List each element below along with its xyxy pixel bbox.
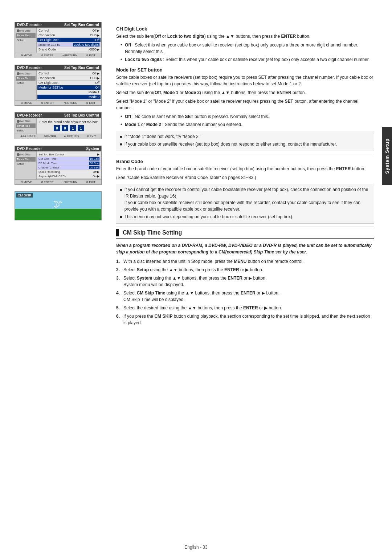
dvd-header-left-4: DVD-Recorder <box>17 147 42 151</box>
right-column: CH Digit Lock Select the sub item(Off or… <box>109 15 392 542</box>
brand-note-1: ■ If you cannot get the recorder to cont… <box>120 186 370 212</box>
dvd-sidebar-setup-2: Setup <box>16 81 36 85</box>
dvd-screenshot-1: DVD-Recorder Set Top Box Control No Disc… <box>15 22 102 58</box>
brand-digit-0: 0 <box>54 125 60 131</box>
brand-code-digits: 0 0 1 1 <box>54 125 84 131</box>
brand-code-intro: Enter the brand code of your cable box o… <box>116 166 374 172</box>
dvd-sidebar-setup-1: Setup <box>16 38 36 42</box>
dvd-row-chdigitlock-2: CH Digit Lock Off <box>37 81 101 85</box>
dvd-row-epmodetime: EP Mode Time 30 Sec <box>37 161 101 166</box>
dvd-row-quickrec: Quick Recording Off▶ <box>37 170 101 174</box>
note-icon-4: ■ <box>120 214 122 220</box>
dvd-content-2: Control Off▶ Connection CH3▶ CH Digit Lo… <box>37 70 101 100</box>
mode-for-set-title: Mode for SET button <box>116 67 374 73</box>
dvd-row-connection-2: Connection CH3▶ <box>37 76 101 81</box>
ch-digit-off-bullet: • Off : Select this when your cable box … <box>121 42 374 55</box>
brand-code-title: Brand Code <box>116 159 374 164</box>
mode-for-set-sub2: Select "Mode 1" or "Mode 2" if your cabl… <box>116 98 374 111</box>
disc-icon-2 <box>17 72 20 75</box>
page-footer: English - 33 <box>184 545 207 550</box>
dvd-header-right-4: System <box>86 147 99 151</box>
brand-digit-1: 0 <box>62 125 68 131</box>
dvd-sidebar-timerrec-1: Timer Rec <box>16 33 36 38</box>
dvd-row-mode2: Mode 2 <box>37 95 101 99</box>
dvd-sidebar-2: No Disc Timer Rec Setup <box>15 70 37 100</box>
side-tab: System Setup <box>382 127 392 185</box>
lock-two-digits-value: Lock to two digits <box>73 43 99 46</box>
mode-for-set-sub: Select the sub item(Off, Mode 1 or Mode … <box>116 89 374 96</box>
left-column: DVD-Recorder Set Top Box Control No Disc… <box>0 15 109 542</box>
cm-skip-heading: CM Skip Time Setting <box>116 229 374 239</box>
step-5: 5. Select the desired time using the ▲▼ … <box>116 305 374 311</box>
dvd-row-modeset-1: Mode for SET bu Lock to two digits <box>37 42 101 47</box>
dvd-content-4: Set Top Box Control ▶ CM Skip Time 15 Se… <box>37 151 101 179</box>
dvd-footer-4: ⊕ MOVE ⊛ ENTER ↩ RETURN ⊗ EXIT <box>15 179 101 184</box>
divider-2 <box>116 227 374 227</box>
dvd-header-left-2: DVD-Recorder <box>17 66 42 70</box>
mode-note-2: ■ If your cable box or satellite receive… <box>120 141 370 147</box>
divider-1 <box>116 154 374 154</box>
brand-note-2: ■ This menu may not work depending on yo… <box>120 214 370 220</box>
cm-skip-heading-text: CM Skip Time Setting <box>123 229 182 236</box>
brand-notes: ■ If you cannot get the recorder to cont… <box>116 184 374 224</box>
mode-for-set-intro: Some cable boxes or satellite receivers … <box>116 74 374 87</box>
dvd-screenshot-2: DVD-Recorder Set Top Box Control No Disc… <box>15 65 102 106</box>
dvd-sidebar-nodisc-2: No Disc <box>16 71 36 76</box>
dvd-footer-1: ⊕ MOVE ⊛ ENTER ↩ RETURN ⊗ EXIT <box>15 53 101 58</box>
disc-icon-1 <box>17 29 20 32</box>
dvd-row-chaptercreator: Chapter Creator 00 Sec <box>37 166 101 170</box>
brand-digit-2: 1 <box>70 125 76 131</box>
ch-digit-lock-title: CH Digit Lock <box>116 26 374 32</box>
dvd-footer-3: ⊕ NUMBER ⊛ ENTER ↩ RETURN ⊗ EXIT <box>15 134 101 139</box>
ch-digit-lock-bullet: • Lock to two digits : Select this when … <box>121 56 374 63</box>
dvd-row-chdigitlock-1: CH Digit Lock Off <box>37 38 101 42</box>
bird-icon: 🕊 <box>54 199 62 209</box>
mode-1-2-bullet: • Mode 1 or Mode 2 : Sends the channel n… <box>121 121 374 128</box>
dvd-header-right-1: Set Top Box Control <box>64 23 99 27</box>
step-3: 3. Select System using the ▲▼ buttons, t… <box>116 275 374 288</box>
dvd-row-brandcode-1: Brand Code :0000▶ <box>37 47 101 52</box>
brand-code-instruction: Enter the brand code of your set top box… <box>39 120 98 124</box>
cm-skip-screenshot: CM SKIP 🕊 <box>15 191 102 220</box>
note-icon-1: ■ <box>120 134 122 140</box>
cm-skip-label: CM SKIP <box>16 193 33 198</box>
dvd-header-left-1: DVD-Recorder <box>17 23 42 27</box>
dvd-content-1: Control Off▶ Connection CH3▶ CH Digit Lo… <box>37 28 101 53</box>
step-1: 1. With a disc inserted and the unit in … <box>116 258 374 265</box>
dvd-footer-2: ⊕ MOVE ⊛ ENTER ↩ RETURN ⊗ EXIT <box>15 100 101 105</box>
cm-skip-intro: When a program recorded on a DVD-RAM, a … <box>116 242 374 255</box>
mode-off-bullet: • Off : No code is sent when the SET but… <box>121 113 374 120</box>
dvd-screenshot-3: DVD-Recorder Set Top Box Control No Disc… <box>15 112 102 139</box>
dvd-row-cmskiptime: CM Skip Time 15 Sec <box>37 157 101 161</box>
dvd-screenshot-4: DVD-Recorder System No Disc Timer Rec Se… <box>15 146 102 185</box>
dvd-row-settopbox: Set Top Box Control ▶ <box>37 152 101 157</box>
side-tab-label: System Setup <box>384 138 390 174</box>
dvd-row-mode1: Mode 1 <box>37 90 101 95</box>
step-6: 6. If you press the CM SKIP button durin… <box>116 313 374 326</box>
note-icon-2: ■ <box>120 141 122 147</box>
dvd-content-3: Enter the brand code of your set top box… <box>37 118 101 134</box>
mode-note-1: ■ If "Mode 1" does not work, try "Mode 2… <box>120 133 370 140</box>
dvd-row-control-2: Control Off▶ <box>37 71 101 76</box>
dvd-row-modeset-2: Mode for SET bu Off <box>37 85 101 90</box>
dvd-sidebar-4: No Disc Timer Rec Setup <box>15 151 37 179</box>
step-2: 2. Select Setup using the ▲▼ buttons, th… <box>116 267 374 273</box>
dvd-row-control-1: Control Off▶ <box>37 28 101 33</box>
dvd-sidebar-1: No Disc Timer Rec Setup <box>15 28 37 53</box>
dvd-sidebar-nodisc-1: No Disc <box>16 28 36 33</box>
brand-code-see: (See "Cable Box/Satellite Receiver Brand… <box>116 174 374 181</box>
dvd-header-right-3: Set Top Box Control <box>64 113 99 117</box>
step-4: 4. Select CM Skip Time using the ▲▼ butt… <box>116 290 374 303</box>
dvd-header-left-3: DVD-Recorder <box>17 113 42 117</box>
ch-digit-lock-intro: Select the sub item(Off or Lock to two d… <box>116 33 374 40</box>
dvd-sidebar-timerrec-2: Timer Rec <box>16 76 36 81</box>
dvd-header-right-2: Set Top Box Control <box>64 66 99 70</box>
brand-digit-3: 1 <box>78 125 84 131</box>
dvd-sidebar-3: No Disc Timer Rec Setup <box>15 118 37 134</box>
dvd-row-anynet: Anynet+(HDMI-CEC) On▶ <box>37 174 101 179</box>
cm-skip-steps: 1. With a disc inserted and the unit in … <box>116 258 374 326</box>
dvd-row-connection-1: Connection CH3▶ <box>37 33 101 38</box>
mode-notes: ■ If "Mode 1" does not work, try "Mode 2… <box>116 131 374 151</box>
note-icon-3: ■ <box>120 187 122 212</box>
